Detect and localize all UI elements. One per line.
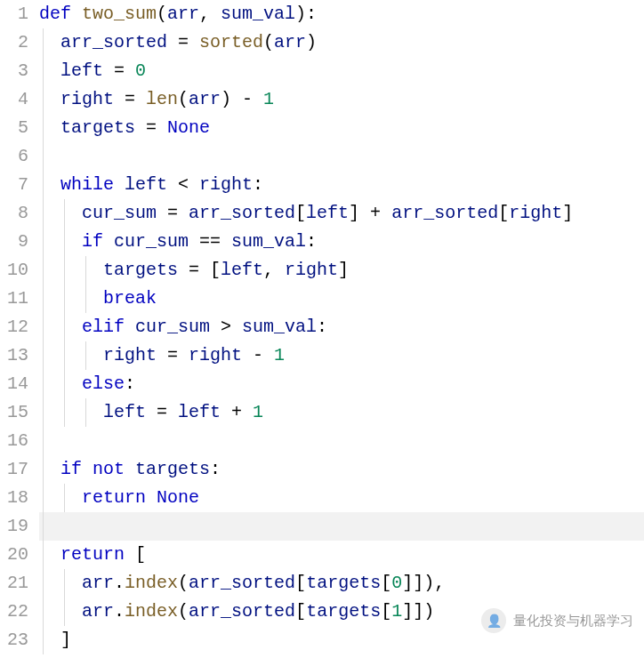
line-number: 11 bbox=[0, 285, 28, 313]
line-number: 7 bbox=[0, 171, 28, 199]
indent-guide bbox=[43, 114, 44, 142]
indent-guide bbox=[43, 427, 44, 455]
code-line[interactable]: left = left + 1 bbox=[39, 398, 644, 427]
code-text: break bbox=[39, 288, 157, 309]
indent-guide bbox=[85, 341, 86, 370]
indent-guide bbox=[64, 199, 65, 228]
line-number: 14 bbox=[0, 370, 28, 398]
indent-guide bbox=[64, 484, 65, 512]
line-number: 22 bbox=[0, 598, 28, 626]
indent-guide bbox=[43, 398, 44, 427]
code-line[interactable]: cur_sum = arr_sorted[left] + arr_sorted[… bbox=[39, 199, 644, 228]
indent-guide bbox=[64, 341, 65, 370]
line-number: 6 bbox=[0, 142, 28, 171]
line-number: 9 bbox=[0, 228, 28, 256]
code-area[interactable]: def two_sum(arr, sum_val): arr_sorted = … bbox=[39, 0, 644, 654]
indent-guide bbox=[85, 285, 86, 313]
indent-guide bbox=[64, 370, 65, 398]
code-text: else: bbox=[39, 373, 135, 394]
indent-guide bbox=[64, 256, 65, 285]
code-text: targets = None bbox=[39, 117, 210, 138]
code-text: return [ bbox=[39, 544, 146, 565]
indent-guide bbox=[43, 370, 44, 398]
indent-guide bbox=[43, 199, 44, 228]
code-line[interactable]: if not targets: bbox=[39, 455, 644, 484]
indent-guide bbox=[43, 228, 44, 256]
indent-guide bbox=[43, 142, 44, 171]
indent-guide bbox=[85, 256, 86, 285]
indent-guide bbox=[43, 57, 44, 85]
code-line[interactable]: targets = None bbox=[39, 114, 644, 142]
code-line[interactable]: elif cur_sum > sum_val: bbox=[39, 313, 644, 341]
code-editor[interactable]: 1234567891011121314151617181920212223 de… bbox=[0, 0, 644, 654]
code-text: arr.index(arr_sorted[targets[1]]) bbox=[39, 601, 434, 622]
line-number: 3 bbox=[0, 57, 28, 85]
indent-guide bbox=[43, 598, 44, 626]
code-text: right = len(arr) - 1 bbox=[39, 89, 274, 109]
code-line[interactable]: else: bbox=[39, 370, 644, 398]
code-line[interactable] bbox=[39, 142, 644, 171]
code-line[interactable]: targets = [left, right] bbox=[39, 256, 644, 285]
code-line[interactable]: return None bbox=[39, 484, 644, 512]
code-line[interactable]: right = right - 1 bbox=[39, 341, 644, 370]
indent-guide bbox=[64, 313, 65, 341]
indent-guide bbox=[43, 85, 44, 114]
line-number: 21 bbox=[0, 569, 28, 598]
indent-guide bbox=[43, 313, 44, 341]
code-text: elif cur_sum > sum_val: bbox=[39, 317, 327, 337]
code-line[interactable]: left = 0 bbox=[39, 57, 644, 85]
line-number: 19 bbox=[0, 512, 28, 541]
indent-guide bbox=[64, 285, 65, 313]
indent-guide bbox=[43, 285, 44, 313]
indent-guide bbox=[43, 455, 44, 484]
indent-guide bbox=[43, 28, 44, 57]
indent-guide bbox=[43, 541, 44, 569]
code-text: if cur_sum == sum_val: bbox=[39, 231, 317, 252]
code-text: def two_sum(arr, sum_val): bbox=[39, 4, 317, 24]
code-line[interactable] bbox=[39, 427, 644, 455]
line-number: 8 bbox=[0, 199, 28, 228]
code-line[interactable]: arr.index(arr_sorted[targets[0]]), bbox=[39, 569, 644, 598]
line-number: 4 bbox=[0, 85, 28, 114]
line-number: 12 bbox=[0, 313, 28, 341]
code-text: if not targets: bbox=[39, 459, 221, 479]
code-line[interactable]: break bbox=[39, 285, 644, 313]
line-number: 17 bbox=[0, 455, 28, 484]
indent-guide bbox=[64, 398, 65, 427]
code-line[interactable]: right = len(arr) - 1 bbox=[39, 85, 644, 114]
code-line[interactable] bbox=[39, 512, 644, 541]
line-number: 13 bbox=[0, 341, 28, 370]
code-text: left = 0 bbox=[39, 60, 146, 81]
line-number: 23 bbox=[0, 626, 28, 654]
watermark-avatar-icon: 👤 bbox=[481, 608, 506, 633]
code-line[interactable]: while left < right: bbox=[39, 171, 644, 199]
indent-guide bbox=[64, 228, 65, 256]
code-line[interactable]: def two_sum(arr, sum_val): bbox=[39, 0, 644, 28]
line-number: 10 bbox=[0, 256, 28, 285]
code-text: right = right - 1 bbox=[39, 345, 285, 365]
code-line[interactable]: arr_sorted = sorted(arr) bbox=[39, 28, 644, 57]
line-number: 20 bbox=[0, 541, 28, 569]
code-text: return None bbox=[39, 487, 199, 508]
code-text: arr_sorted = sorted(arr) bbox=[39, 32, 317, 52]
code-line[interactable]: return [ bbox=[39, 541, 644, 569]
line-number: 16 bbox=[0, 427, 28, 455]
code-text: ] bbox=[39, 630, 71, 650]
line-number-gutter: 1234567891011121314151617181920212223 bbox=[0, 0, 39, 654]
indent-guide bbox=[43, 341, 44, 370]
code-text: left = left + 1 bbox=[39, 402, 263, 422]
indent-guide bbox=[43, 171, 44, 199]
watermark-text: 量化投资与机器学习 bbox=[513, 610, 633, 631]
line-number: 2 bbox=[0, 28, 28, 57]
line-number: 15 bbox=[0, 398, 28, 427]
line-number: 1 bbox=[0, 0, 28, 28]
indent-guide bbox=[64, 598, 65, 626]
indent-guide bbox=[43, 626, 44, 654]
indent-guide bbox=[85, 398, 86, 427]
indent-guide bbox=[43, 569, 44, 598]
code-text: cur_sum = arr_sorted[left] + arr_sorted[… bbox=[39, 203, 573, 223]
indent-guide bbox=[43, 256, 44, 285]
line-number: 18 bbox=[0, 484, 28, 512]
indent-guide bbox=[43, 512, 44, 541]
code-line[interactable]: if cur_sum == sum_val: bbox=[39, 228, 644, 256]
